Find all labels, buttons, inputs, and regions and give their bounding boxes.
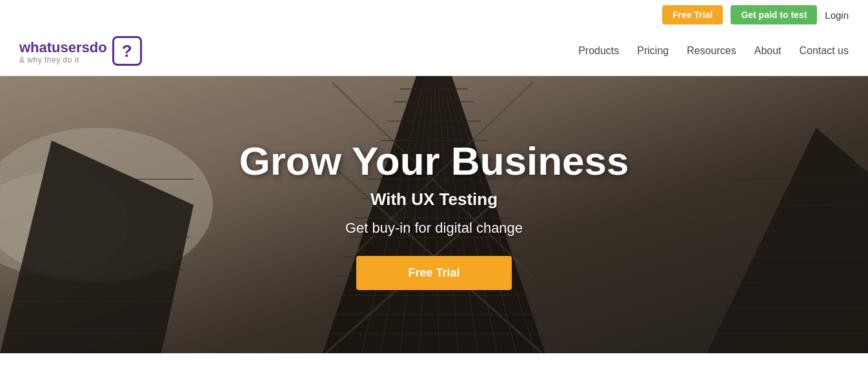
- logo-icon: ?: [112, 36, 142, 66]
- logo[interactable]: whatusersdo & why they do it ?: [19, 36, 142, 66]
- logo-text: whatusersdo & why they do it: [19, 37, 107, 64]
- logo-main-text: whatusersdo: [19, 37, 107, 56]
- hero-description: Get buy-in for digital change: [239, 220, 629, 237]
- hero-title: Grow Your Business: [239, 139, 629, 183]
- hero-content: Grow Your Business With UX Testing Get b…: [239, 139, 629, 290]
- get-paid-button[interactable]: Get paid to test: [731, 5, 817, 24]
- main-nav: Products Pricing Resources About Contact…: [578, 45, 849, 57]
- nav-item-contact[interactable]: Contact us: [800, 45, 849, 57]
- free-trial-hero-button[interactable]: Free Trial: [356, 256, 511, 290]
- login-link[interactable]: Login: [825, 10, 849, 21]
- nav-item-about[interactable]: About: [754, 45, 782, 57]
- logo-sub-text: & why they do it: [19, 56, 107, 64]
- top-bar: Free Trial Get paid to test Login: [0, 0, 868, 30]
- hero-subtitle: With UX Testing: [239, 190, 629, 209]
- header: whatusersdo & why they do it ? Products …: [0, 30, 868, 76]
- free-trial-top-button[interactable]: Free Trial: [662, 5, 723, 24]
- hero-section: Grow Your Business With UX Testing Get b…: [0, 76, 868, 353]
- logo-question-mark: ?: [122, 43, 132, 59]
- nav-item-pricing[interactable]: Pricing: [637, 45, 669, 57]
- nav-item-products[interactable]: Products: [578, 45, 619, 57]
- nav-item-resources[interactable]: Resources: [687, 45, 736, 57]
